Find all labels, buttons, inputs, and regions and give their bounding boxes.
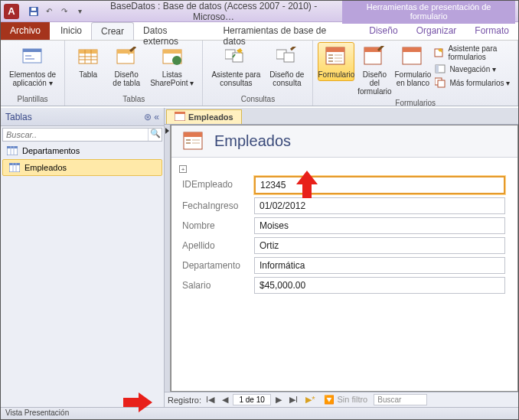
- document-area: Empleados Empleados + IDEmpleado12345 Fe…: [165, 108, 518, 407]
- query-wizard-button[interactable]: Asistente para consultas: [207, 42, 264, 90]
- group-queries-label: Consultas: [207, 94, 308, 104]
- table-mini-icon: [7, 146, 18, 155]
- no-filter-indicator[interactable]: 🔽 Sin filtro: [324, 395, 367, 405]
- redo-icon[interactable]: ↷: [57, 5, 71, 18]
- save-icon[interactable]: [27, 5, 41, 18]
- table-label: Tabla: [79, 70, 97, 79]
- field-input-nombre[interactable]: Moises: [254, 217, 505, 234]
- query-design-icon: [275, 44, 299, 69]
- more-forms-label: Más formularios ▾: [449, 79, 510, 87]
- svg-rect-32: [328, 60, 333, 62]
- field-salario: Salario$45,000.00: [178, 277, 505, 294]
- app-elements-icon: [21, 44, 45, 69]
- navigation-button[interactable]: Navegación ▾: [432, 62, 513, 76]
- form-mini-icon: [175, 112, 185, 122]
- sharepoint-lists-button[interactable]: Listas SharePoint ▾: [146, 42, 197, 90]
- tab-external-data[interactable]: Datos externos: [134, 22, 214, 40]
- document-tab-empleados[interactable]: Empleados: [166, 109, 242, 124]
- svg-rect-30: [328, 57, 333, 59]
- nav-header-label: Tablas: [5, 112, 32, 122]
- group-templates-label: Plantillas: [5, 94, 60, 104]
- nav-item-label: Departamentos: [22, 146, 80, 155]
- document-tab-label: Empleados: [188, 112, 233, 122]
- query-wizard-icon: [224, 44, 248, 69]
- prev-record-button[interactable]: ◀: [219, 395, 231, 405]
- form-button[interactable]: Formulario: [318, 42, 354, 81]
- tab-file[interactable]: Archivo: [1, 22, 50, 40]
- blank-form-button[interactable]: Formulario en blanco: [394, 42, 431, 90]
- tab-create[interactable]: Crear: [91, 22, 134, 40]
- record-selector[interactable]: [165, 125, 171, 392]
- field-fechaingreso: FechaIngreso01/02/2012: [178, 197, 505, 214]
- field-input-fechaingreso[interactable]: 01/02/2012: [254, 197, 505, 214]
- nav-search-go-icon[interactable]: 🔍: [148, 129, 162, 141]
- current-record-icon: [165, 128, 169, 134]
- nav-item-empleados[interactable]: Empleados: [2, 159, 162, 176]
- nav-search: 🔍: [2, 128, 162, 142]
- svg-rect-18: [163, 50, 181, 54]
- title-bar: A ↶ ↷ ▾ BaseDatos : Base de datos (Acces…: [1, 1, 518, 22]
- table-button[interactable]: Tabla: [70, 42, 106, 81]
- nav-search-input[interactable]: [3, 129, 148, 141]
- field-label[interactable]: Nombre: [178, 217, 254, 234]
- app-icon: A: [4, 4, 19, 19]
- svg-rect-31: [335, 57, 342, 59]
- layout-expand-icon[interactable]: +: [179, 165, 187, 173]
- table-design-icon: [114, 44, 139, 69]
- svg-rect-8: [79, 50, 97, 54]
- field-input-apellido[interactable]: Ortiz: [254, 237, 505, 254]
- app-elements-button[interactable]: Elementos de aplicación ▾: [5, 42, 60, 90]
- quick-access-toolbar: ↶ ↷ ▾: [27, 5, 86, 18]
- record-position-input[interactable]: [233, 394, 271, 405]
- svg-rect-41: [436, 65, 439, 73]
- field-label[interactable]: FechaIngreso: [178, 197, 254, 214]
- table-design-button[interactable]: Diseño de tabla: [108, 42, 145, 90]
- record-search-input[interactable]: Buscar: [374, 394, 427, 405]
- undo-icon[interactable]: ↶: [42, 5, 56, 18]
- next-record-button[interactable]: ▶: [273, 395, 285, 405]
- field-label[interactable]: Salario: [178, 277, 254, 294]
- last-record-button[interactable]: ▶I: [286, 395, 301, 405]
- field-input-departamento[interactable]: Informática: [254, 257, 505, 274]
- form-wizard-label: Asistente para formularios: [448, 44, 511, 61]
- tab-format[interactable]: Formato: [465, 22, 518, 40]
- query-design-button[interactable]: Diseño de consulta: [266, 42, 308, 90]
- contextual-tab-header: Herramientas de presentación de formular…: [342, 0, 515, 24]
- window-title: BaseDatos : Base de datos (Access 2007 -…: [91, 0, 515, 24]
- field-nombre: NombreMoises: [178, 217, 505, 234]
- tab-design[interactable]: Diseño: [360, 22, 406, 40]
- nav-item-departamentos[interactable]: Departamentos: [1, 143, 164, 158]
- more-forms-button[interactable]: Más formularios ▾: [432, 76, 513, 90]
- qat-dropdown-icon[interactable]: ▾: [73, 5, 86, 18]
- form-wizard-button[interactable]: Asistente para formularios: [432, 44, 513, 62]
- field-departamento: DepartamentoInformática: [178, 257, 505, 274]
- query-design-label: Diseño de consulta: [269, 70, 304, 87]
- field-label[interactable]: Apellido: [178, 237, 254, 254]
- field-input-salario[interactable]: $45,000.00: [254, 277, 505, 294]
- form-design-button[interactable]: Diseño del formulario: [356, 42, 393, 98]
- blank-form-icon: [400, 44, 425, 69]
- tab-home[interactable]: Inicio: [51, 22, 91, 40]
- group-queries: Asistente para consultas Diseño de consu…: [203, 41, 313, 106]
- svg-rect-43: [438, 80, 445, 87]
- svg-rect-27: [326, 47, 344, 52]
- nav-collapse-icon[interactable]: ⊛ «: [144, 112, 159, 122]
- group-templates: Elementos de aplicación ▾ Plantillas: [1, 41, 65, 106]
- svg-rect-5: [25, 55, 31, 57]
- field-label[interactable]: Departamento: [178, 257, 254, 274]
- field-input-idempleado[interactable]: 12345: [254, 176, 505, 194]
- new-record-button[interactable]: ▶*: [302, 395, 318, 405]
- record-navigation: Registro: I◀ ◀ ▶ ▶I ▶* 🔽 Sin filtro Busc…: [165, 392, 518, 407]
- svg-rect-58: [186, 142, 191, 144]
- blank-form-label: Formulario en blanco: [395, 70, 432, 87]
- form-design-label: Diseño del formulario: [357, 70, 391, 96]
- tab-database-tools[interactable]: Herramientas de base de datos: [214, 22, 360, 40]
- nav-header[interactable]: Tablas⊛ «: [1, 108, 164, 126]
- first-record-button[interactable]: I◀: [203, 395, 217, 405]
- view-mode-label: Vista Presentación: [5, 409, 69, 417]
- field-label[interactable]: IDEmpleado: [178, 176, 254, 194]
- tab-arrange[interactable]: Organizar: [407, 22, 466, 40]
- form-wizard-icon: [434, 47, 445, 59]
- navigation-pane: Tablas⊛ « 🔍 Departamentos Empleados: [1, 108, 165, 407]
- form-header-icon: [182, 131, 205, 152]
